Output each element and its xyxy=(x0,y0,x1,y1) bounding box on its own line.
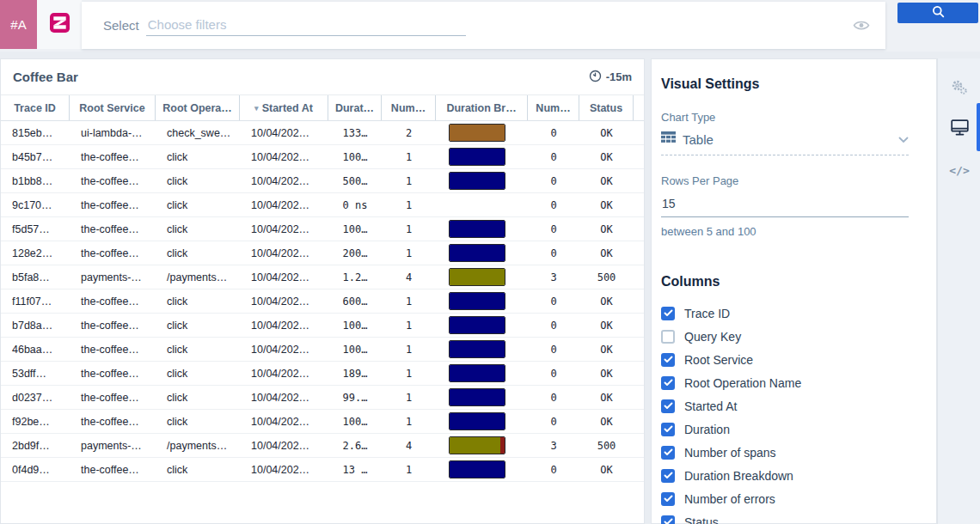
trace-id-cell[interactable]: 46baa… xyxy=(1,344,70,356)
trace-id-cell[interactable]: 0f4d9… xyxy=(1,464,70,476)
started-at-cell: 10/04/202… xyxy=(240,416,328,428)
checkbox-checked[interactable] xyxy=(661,446,675,460)
column-toggle-row[interactable]: Number of errors xyxy=(661,487,909,510)
rows-per-page-input[interactable] xyxy=(661,195,909,217)
duration-cell: 99.… xyxy=(328,392,382,404)
code-icon[interactable]: </> xyxy=(938,155,980,186)
table-row[interactable]: f5d57… the-coffee… click 10/04/202… 100…… xyxy=(1,217,644,241)
settings-gears-icon[interactable] xyxy=(938,72,980,103)
trace-id-cell[interactable]: b1bb8… xyxy=(1,175,70,187)
app-logo[interactable] xyxy=(37,0,82,49)
column-toggle-row[interactable]: Trace ID xyxy=(661,302,909,325)
panel-title: Coffee Bar xyxy=(13,70,78,84)
duration-breakdown-bar xyxy=(449,412,505,430)
duration-breakdown-cell xyxy=(436,364,528,382)
trace-id-cell[interactable]: 53dff… xyxy=(1,368,70,380)
trace-id-cell[interactable]: 815eb… xyxy=(1,127,70,139)
table-row[interactable]: b45b7… the-coffee… click 10/04/202… 100…… xyxy=(1,145,644,169)
duration-breakdown-cell xyxy=(436,340,528,358)
display-monitor-icon[interactable] xyxy=(938,112,980,143)
trace-id-cell[interactable]: 2bd9f… xyxy=(1,440,70,452)
duration-breakdown-cell xyxy=(436,292,528,310)
started-at-cell: 10/04/202… xyxy=(240,271,328,283)
trace-id-cell[interactable]: 128e2… xyxy=(1,247,70,259)
checkbox-checked[interactable] xyxy=(661,376,675,390)
status-cell: OK xyxy=(579,175,634,187)
time-range-badge[interactable]: -15m xyxy=(589,70,632,85)
column-toggle-row[interactable]: Duration xyxy=(661,417,909,441)
checkbox-checked[interactable] xyxy=(661,492,675,506)
column-header-started-at[interactable]: ▾ Started At xyxy=(240,95,328,120)
column-header-num-errors[interactable]: Num… xyxy=(528,95,579,120)
chart-type-select[interactable]: Table xyxy=(661,131,909,155)
checkbox-checked[interactable] xyxy=(661,515,675,524)
table-row[interactable]: 2bd9f… payments-… /payments… 10/04/202… … xyxy=(1,434,644,458)
num-errors-cell: 0 xyxy=(528,296,579,308)
table-row[interactable]: 815eb… ui-lambda-… check_swe… 10/04/202…… xyxy=(1,121,644,145)
duration-cell: 1.2… xyxy=(328,271,382,283)
status-cell: OK xyxy=(579,151,634,163)
column-header-root-operation[interactable]: Root Opera… xyxy=(156,95,240,120)
num-errors-cell: 3 xyxy=(528,271,579,283)
trace-id-cell[interactable]: 9c170… xyxy=(1,199,70,211)
table-row[interactable]: 0f4d9… the-coffee… click 10/04/202… 13 …… xyxy=(1,458,644,482)
duration-breakdown-cell xyxy=(436,460,528,478)
checkbox-checked[interactable] xyxy=(661,399,675,413)
clock-icon xyxy=(589,70,602,85)
column-header-status[interactable]: Status xyxy=(579,95,634,120)
filter-input[interactable] xyxy=(146,15,466,36)
trace-id-cell[interactable]: b45b7… xyxy=(1,151,70,163)
column-header-duration[interactable]: Durat… xyxy=(328,95,382,120)
column-toggle-row[interactable]: Root Service xyxy=(661,348,909,371)
time-range-label: -15m xyxy=(606,70,632,83)
duration-cell: 189… xyxy=(328,368,382,380)
trace-id-cell[interactable]: f11f07… xyxy=(1,296,70,308)
search-button[interactable] xyxy=(897,3,978,23)
column-toggle-row[interactable]: Status xyxy=(661,510,909,524)
column-header-trace-id[interactable]: Trace ID xyxy=(1,95,70,120)
table-row[interactable]: 53dff… the-coffee… click 10/04/202… 189…… xyxy=(1,362,644,386)
select-label: Select xyxy=(103,18,139,33)
table-row[interactable]: b7d8a… the-coffee… click 10/04/202… 100…… xyxy=(1,314,644,338)
column-header-num-spans[interactable]: Num… xyxy=(382,95,436,120)
table-row[interactable]: 46baa… the-coffee… click 10/04/202… 100…… xyxy=(1,338,644,362)
table-row[interactable]: b1bb8… the-coffee… click 10/04/202… 500…… xyxy=(1,169,644,193)
trace-id-cell[interactable]: b7d8a… xyxy=(1,320,70,332)
column-toggle-row[interactable]: Number of spans xyxy=(661,441,909,464)
column-toggle-row[interactable]: Duration Breakdown xyxy=(661,464,909,487)
checkbox-checked[interactable] xyxy=(661,423,675,436)
root-operation-cell: click xyxy=(156,175,240,187)
num-spans-cell: 1 xyxy=(382,175,436,187)
table-row[interactable]: 9c170… the-coffee… click 10/04/202… 0 ns… xyxy=(1,193,644,217)
checkbox-checked[interactable] xyxy=(661,469,675,483)
brand-badge[interactable]: #A xyxy=(0,0,37,49)
duration-breakdown-bar xyxy=(449,148,505,166)
table-row[interactable]: f92be… the-coffee… click 10/04/202… 100…… xyxy=(1,410,644,434)
chart-type-value: Table xyxy=(683,132,891,147)
table-row[interactable]: b5fa8… payments-… /payments… 10/04/202… … xyxy=(1,265,644,289)
trace-id-cell[interactable]: f92be… xyxy=(1,416,70,428)
duration-breakdown-cell xyxy=(436,124,528,142)
trace-id-cell[interactable]: f5d57… xyxy=(1,223,70,235)
checkbox-label: Number of spans xyxy=(684,446,776,460)
column-toggle-row[interactable]: Query Key xyxy=(661,325,909,348)
table-row[interactable]: d0237… the-coffee… click 10/04/202… 99.…… xyxy=(1,386,644,410)
column-toggle-row[interactable]: Root Operation Name xyxy=(661,371,909,394)
visibility-icon[interactable] xyxy=(853,19,870,35)
table-row[interactable]: f11f07… the-coffee… click 10/04/202… 600… xyxy=(1,289,644,314)
checkbox-checked[interactable] xyxy=(661,307,675,320)
visual-settings-panel: Visual Settings Chart Type Table Rows Pe… xyxy=(651,58,937,524)
num-spans-cell: 1 xyxy=(382,416,436,428)
started-at-cell: 10/04/202… xyxy=(240,151,328,163)
column-toggle-row[interactable]: Started At xyxy=(661,394,909,417)
checkbox-unchecked[interactable] xyxy=(661,330,675,344)
trace-id-cell[interactable]: d0237… xyxy=(1,392,70,404)
status-cell: 500 xyxy=(579,271,634,283)
topbar: #A Select xyxy=(0,0,980,52)
trace-id-cell[interactable]: b5fa8… xyxy=(1,271,70,283)
column-header-root-service[interactable]: Root Service xyxy=(70,95,156,120)
column-header-duration-breakdown[interactable]: Duration Br… xyxy=(436,95,528,120)
checkbox-checked[interactable] xyxy=(661,353,675,367)
duration-breakdown-bar xyxy=(449,124,505,142)
table-row[interactable]: 128e2… the-coffee… click 10/04/202… 200…… xyxy=(1,241,644,265)
